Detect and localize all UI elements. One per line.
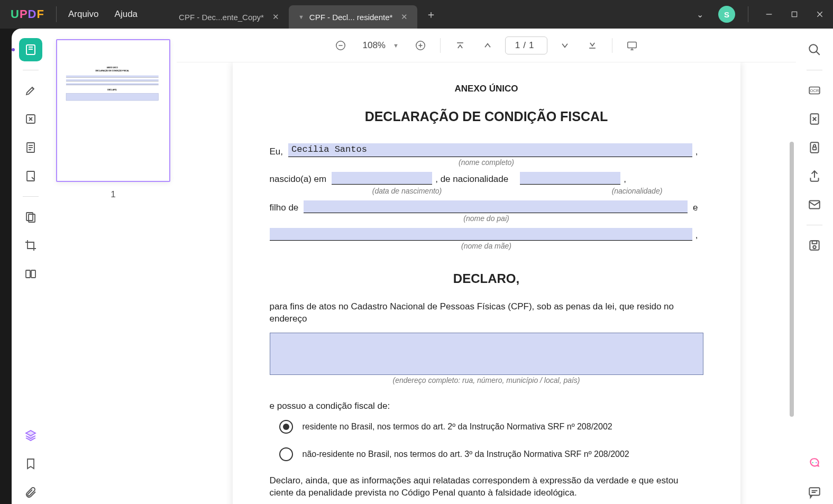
- view-toolbar: 108%▼ 1/1: [177, 29, 796, 62]
- svg-rect-10: [27, 171, 34, 181]
- close-button[interactable]: [812, 6, 828, 22]
- page-thumbnail[interactable]: ANEXO ÚNICO DECLARAÇÃO DE CONDIÇÃO FISCA…: [56, 39, 170, 182]
- svg-point-34: [812, 462, 813, 463]
- close-icon[interactable]: ✕: [272, 12, 279, 22]
- minimize-button[interactable]: [761, 6, 777, 22]
- crop-tool[interactable]: [19, 234, 42, 257]
- hint-data: (data de nascimento): [328, 187, 487, 195]
- tab-label: CPF - Dec...ente_Copy*: [179, 13, 264, 22]
- thumbnail-panel: ANEXO ÚNICO DECLARAÇÃO DE CONDIÇÃO FISCA…: [50, 29, 177, 504]
- last-page-button[interactable]: [582, 35, 602, 56]
- bookmark-tool[interactable]: [19, 452, 42, 475]
- page-viewport[interactable]: ANEXO ÚNICO DECLARAÇÃO DE CONDIÇÃO FISCA…: [177, 62, 796, 504]
- divider: [23, 196, 39, 197]
- nome-field[interactable]: Cecília Santos: [288, 143, 692, 157]
- nacionalidade-field[interactable]: [520, 172, 620, 185]
- divider: [23, 70, 39, 70]
- page-edit-tool[interactable]: [19, 136, 42, 159]
- label-filho: filho de: [270, 203, 304, 213]
- svg-rect-32: [812, 241, 817, 243]
- ai-assistant-button[interactable]: [803, 452, 826, 475]
- next-page-button[interactable]: [555, 35, 575, 56]
- organize-pages-tool[interactable]: [19, 205, 42, 228]
- svg-point-23: [809, 44, 817, 52]
- divider: [807, 70, 822, 70]
- declaro-heading: DECLARO,: [270, 271, 703, 286]
- nome-mae-field[interactable]: [270, 228, 692, 241]
- ocr-button[interactable]: OCR: [803, 79, 826, 102]
- svg-text:OCR: OCR: [810, 88, 819, 93]
- data-nascimento-field[interactable]: [332, 172, 432, 185]
- hint-pai: (nome do pai): [270, 214, 703, 223]
- hint-nome: (nome completo): [270, 158, 703, 167]
- svg-rect-13: [26, 270, 30, 278]
- label-nacionalidade: , de nacionalidade: [432, 174, 514, 185]
- protect-button[interactable]: [803, 136, 826, 159]
- svg-rect-14: [31, 270, 35, 278]
- left-toolbar: [12, 29, 50, 504]
- hint-nacionalidade: (nacionalidade): [571, 187, 703, 195]
- close-icon[interactable]: ✕: [401, 12, 408, 22]
- scrollbar-thumb[interactable]: [790, 142, 794, 417]
- paragraph-endereco: para fins de atos no Cadastro Nacional d…: [270, 301, 703, 325]
- convert-button[interactable]: [803, 107, 826, 131]
- zoom-in-button[interactable]: [410, 35, 431, 56]
- save-button[interactable]: [803, 234, 826, 257]
- label-opcao1: residente no Brasil, nos termos do art. …: [303, 422, 612, 432]
- comment-button[interactable]: [803, 481, 826, 504]
- maximize-button[interactable]: [786, 6, 802, 22]
- document-title: DECLARAÇÃO DE CONDIÇÃO FISCAL: [270, 109, 703, 124]
- tab-inactive[interactable]: CPF - Dec...ente_Copy* ✕: [169, 5, 289, 29]
- scrollbar-track: [789, 78, 794, 488]
- form-tool[interactable]: [19, 164, 42, 188]
- separator: [56, 6, 57, 22]
- label-e: e: [688, 203, 703, 213]
- thumbnail-number: 1: [56, 189, 170, 200]
- separator: [748, 6, 748, 22]
- menu-arquivo[interactable]: Arquivo: [68, 9, 99, 20]
- page-indicator[interactable]: 1/1: [505, 36, 547, 54]
- hint-endereco: (endereço completo: rua, número, municíp…: [270, 376, 703, 384]
- comma: ,: [620, 174, 631, 185]
- svg-point-35: [816, 462, 817, 463]
- chevron-down-icon[interactable]: ▼: [298, 14, 304, 20]
- svg-rect-22: [627, 42, 636, 48]
- label-opcao2: não-residente no Brasil, nos termos do a…: [303, 450, 629, 459]
- compare-tool[interactable]: [19, 262, 42, 286]
- menu-ajuda[interactable]: Ajuda: [115, 9, 138, 20]
- label-nascido: nascido(a) em: [270, 174, 332, 185]
- nome-pai-field[interactable]: [304, 200, 688, 213]
- endereco-field[interactable]: [270, 333, 703, 375]
- prev-page-button[interactable]: [478, 35, 498, 56]
- anexo-heading: ANEXO ÚNICO: [270, 84, 703, 94]
- reader-tool[interactable]: [19, 38, 42, 61]
- separator: [612, 38, 612, 53]
- first-page-button[interactable]: [450, 35, 470, 56]
- right-toolbar: OCR: [796, 29, 833, 504]
- share-button[interactable]: [803, 164, 826, 188]
- new-tab-button[interactable]: ＋: [422, 5, 441, 24]
- layers-tool[interactable]: [19, 424, 42, 447]
- attachment-tool[interactable]: [19, 481, 42, 504]
- svg-point-33: [813, 246, 816, 249]
- hint-mae: (nome da mãe): [270, 242, 703, 250]
- svg-rect-28: [810, 142, 818, 153]
- paragraph-declaro-ainda: Declaro, ainda, que as informações aqui …: [270, 475, 703, 499]
- zoom-level[interactable]: 108%▼: [358, 40, 402, 51]
- svg-rect-29: [813, 147, 817, 150]
- zoom-out-button[interactable]: [331, 35, 351, 56]
- radio-nao-residente[interactable]: [279, 447, 293, 461]
- active-indicator: [12, 48, 15, 51]
- email-button[interactable]: [803, 193, 826, 216]
- chevron-down-icon[interactable]: ⌄: [691, 6, 709, 23]
- tab-active[interactable]: ▼ CPF - Decl... residente* ✕: [289, 5, 417, 29]
- avatar[interactable]: S: [718, 6, 735, 23]
- chevron-down-icon[interactable]: ▼: [393, 42, 399, 49]
- highlight-tool[interactable]: [19, 79, 42, 102]
- workspace: ANEXO ÚNICO DECLARAÇÃO DE CONDIÇÃO FISCA…: [12, 29, 833, 504]
- radio-residente[interactable]: [279, 420, 293, 434]
- search-button[interactable]: [803, 38, 826, 61]
- edit-text-tool[interactable]: [19, 107, 42, 131]
- pdf-page: ANEXO ÚNICO DECLARAÇÃO DE CONDIÇÃO FISCA…: [233, 62, 740, 504]
- presentation-button[interactable]: [622, 35, 642, 56]
